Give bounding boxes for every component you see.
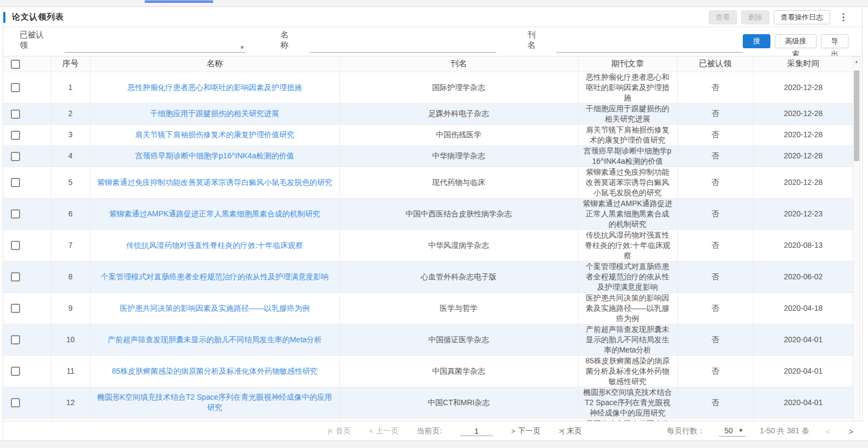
row-checkbox-cell: [3, 324, 51, 355]
row-checkbox-cell: [3, 292, 51, 324]
row-checkbox-cell: [3, 103, 51, 124]
row-checkbox[interactable]: [11, 272, 20, 281]
current-page-input[interactable]: [460, 427, 493, 436]
claimed-status: 否: [677, 103, 753, 124]
row-checkbox[interactable]: [11, 152, 20, 161]
last-page-icon: >|: [559, 427, 563, 435]
paper-title-cell: 医护患共同决策的影响因素及实施路径——以乳腺癌为例: [90, 292, 339, 324]
delete-button[interactable]: 删除: [741, 10, 769, 24]
next-page-label: 下一页: [518, 426, 541, 436]
row-checkbox[interactable]: [11, 209, 20, 219]
journal-article: 个案管理模式对直肠癌患者全程规范治疗的依从性及护理满意度影响: [578, 261, 677, 292]
collect-date: 2020-06-02: [753, 261, 853, 292]
journal-name: 足踝外科电子杂志: [339, 103, 578, 124]
paper-title-link[interactable]: 紫铆素通过免疫抑制功能改善莫诺苯宗诱导白癜风小鼠毛发脱色的研究: [97, 178, 332, 187]
export-button[interactable]: 导出: [821, 34, 848, 48]
paper-title-cell: 干细胞应用于跟腱损伤的相关研究进展: [90, 103, 339, 124]
paper-title-cell: 个案管理模式对直肠癌患者全程规范治疗的依从性及护理满意度影响: [90, 261, 339, 292]
search-button[interactable]: 搜索: [743, 34, 770, 48]
row-checkbox[interactable]: [11, 335, 20, 344]
journal-filter-input[interactable]: [556, 39, 743, 53]
claimed-filter-select[interactable]: ▾: [65, 39, 246, 53]
row-checkbox[interactable]: [11, 367, 20, 376]
collect-date: 2020-12-28: [753, 124, 853, 145]
row-checkbox[interactable]: [11, 304, 20, 313]
paper-title-link[interactable]: 干细胞应用于跟腱损伤的相关研究进展: [150, 109, 279, 118]
table-body: 1恶性肿瘤化疗患者恶心和呕吐的影响因素及护理措施国际护理学杂志恶性肿瘤化疗患者恶…: [3, 72, 853, 421]
journal-article: 85株皮肤癣菌感染的病原菌分析及标准化体外药物敏感性研究: [578, 355, 677, 387]
column-header-title: 名称: [90, 56, 339, 72]
paper-title-link[interactable]: 恶性肿瘤化疗患者恶心和呕吐的影响因素及护理措施: [127, 83, 302, 92]
journal-name: 中华病理学杂志: [339, 145, 578, 167]
paper-title-link[interactable]: 椭圆形K空间填充技术结合T2 Space序列在青光眼视神经成像中的应用研究: [97, 393, 332, 412]
row-index: 5: [51, 167, 90, 198]
first-page-icon: |<: [328, 427, 332, 435]
row-checkbox-cell: [3, 229, 51, 261]
view-button[interactable]: 查看: [709, 10, 737, 24]
table-row: 4宫颈癌早期诊断中细胞学p16^INK4a检测的价值中华病理学杂志宫颈癌早期诊断…: [3, 145, 853, 167]
column-header-claimed: 已被认领: [677, 56, 753, 72]
paper-title-link[interactable]: 传统抗风湿药物对强直性脊柱炎的疗效:十年临床观察: [126, 241, 303, 249]
filter-actions: 搜索 高级搜索 导出: [743, 34, 848, 48]
select-all-checkbox[interactable]: [11, 60, 20, 69]
kebab-menu-icon[interactable]: ⋮: [834, 11, 852, 23]
journal-name: 心血管外科杂志电子版: [339, 261, 578, 292]
paper-title-cell: 85株皮肤癣菌感染的病原菌分析及标准化体外药物敏感性研究: [90, 355, 339, 387]
range-prev-button[interactable]: <: [823, 427, 832, 436]
journal-article: 椭圆形K空间填充技术结合T2 Space序列在青光眼视神经成像中的应用研究: [578, 387, 677, 418]
paper-title-cell: 宫颈癌早期诊断中细胞学p16^INK4a检测的价值: [90, 145, 339, 167]
table-header-row: 序号 名称 刊名 期刊文章 已被认领 采集时间: [3, 56, 853, 72]
rows-per-page-select[interactable]: 50 ▼: [719, 426, 745, 437]
journal-article: 干细胞应用于跟腱损伤的相关研究进展: [578, 103, 677, 124]
paper-title-link[interactable]: 肩关节镜下肩袖损伤修复术的康复护理价值研究: [135, 130, 294, 139]
journal-name: 国际护理学杂志: [339, 72, 578, 103]
paper-title-link[interactable]: 产前超声筛查发现胆囊未显示的胎儿不同结局发生率的Meta分析: [107, 335, 322, 344]
row-index: 4: [51, 145, 90, 167]
row-checkbox-cell: [3, 145, 51, 167]
row-checkbox[interactable]: [11, 241, 20, 250]
range-next-button[interactable]: >: [846, 427, 856, 436]
advanced-search-button[interactable]: 高级搜索: [775, 34, 816, 48]
journal-article: 产前超声筛查发现胆囊未显示的胎儿不同结局发生率的Meta分析: [578, 324, 677, 355]
journal-name: 现代药物与临床: [339, 167, 578, 198]
journal-name: 医学与哲学: [339, 292, 578, 324]
collect-date: 2020-04-01: [753, 324, 853, 355]
journal-filter-label: 刊名: [528, 30, 543, 53]
name-filter-label: 名称: [280, 30, 296, 53]
row-checkbox[interactable]: [11, 83, 20, 92]
paper-title-link[interactable]: 85株皮肤癣菌感染的病原菌分析及标准化体外药物敏感性研究: [112, 367, 318, 375]
vertical-scrollbar[interactable]: ▲ ▼: [853, 56, 860, 430]
claimed-status: 否: [677, 72, 753, 103]
row-checkbox[interactable]: [11, 131, 20, 140]
row-index: 11: [51, 355, 90, 387]
next-page-button[interactable]: > 下一页: [511, 426, 541, 436]
column-header-date: 采集时间: [753, 56, 853, 72]
paper-title-cell: 产前超声筛查发现胆囊未显示的胎儿不同结局发生率的Meta分析: [90, 324, 339, 355]
claimed-status: 否: [677, 145, 753, 167]
paper-title-link[interactable]: 个案管理模式对直肠癌患者全程规范治疗的依从性及护理满意度影响: [101, 272, 329, 281]
paper-title-link[interactable]: 紫铆素通过AMPK通路促进正常人黑素细胞黑素合成的机制研究: [109, 209, 320, 218]
view-operation-log-button[interactable]: 查看操作日志: [774, 10, 830, 24]
row-index: 3: [51, 124, 90, 145]
last-page-button[interactable]: >| 末页: [559, 426, 582, 436]
journal-article: 紫铆素通过AMPK通路促进正常人黑素细胞黑素合成的机制研究: [578, 198, 677, 229]
name-filter-input[interactable]: [310, 39, 496, 53]
journal-name: 中国中西医结合皮肤性病学杂志: [339, 198, 578, 229]
first-page-button[interactable]: |< 首页: [328, 426, 351, 436]
rows-per-page-label: 每页行数：: [667, 426, 705, 436]
journal-name: 中华风湿病学杂志: [339, 229, 578, 261]
row-checkbox-cell: [3, 167, 51, 198]
scrollbar-up-icon[interactable]: ▲: [853, 58, 860, 66]
row-index: 1: [51, 72, 90, 103]
scrollbar-thumb[interactable]: [854, 71, 859, 161]
claimed-status: 否: [677, 292, 753, 324]
row-checkbox[interactable]: [11, 110, 20, 119]
claimed-status: 否: [677, 229, 753, 261]
prev-page-button[interactable]: < 上一页: [369, 426, 398, 436]
paper-title-link[interactable]: 宫颈癌早期诊断中细胞学p16^INK4a检测的价值: [136, 151, 294, 160]
row-index: 6: [51, 198, 90, 229]
row-checkbox[interactable]: [11, 398, 20, 407]
paper-title-link[interactable]: 医护患共同决策的影响因素及实施路径——以乳腺癌为例: [120, 304, 310, 312]
row-checkbox[interactable]: [11, 178, 20, 187]
table-row: 3肩关节镜下肩袖损伤修复术的康复护理价值研究中国伤残医学肩关节镜下肩袖损伤修复术…: [3, 124, 853, 145]
